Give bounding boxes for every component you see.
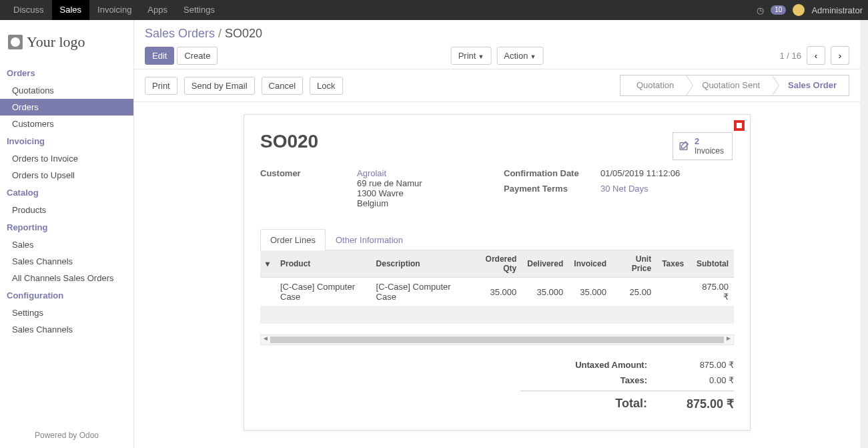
payment-terms-value[interactable]: 30 Net Days xyxy=(600,184,648,194)
col-delivered[interactable]: Delivered xyxy=(522,250,568,278)
breadcrumb-current: SO020 xyxy=(225,27,262,40)
totals: Untaxed Amount:875.00 ₹ Taxes:0.00 ₹ Tot… xyxy=(520,357,734,414)
col-taxes[interactable]: Taxes xyxy=(657,250,689,278)
col-qty[interactable]: Ordered Qty xyxy=(468,250,522,278)
nav-sales[interactable]: Sales xyxy=(52,0,90,20)
total-label: Total: xyxy=(615,397,647,411)
powered-by: Powered by Odoo xyxy=(0,423,133,448)
breadcrumb: Sales Orders / SO020 xyxy=(145,27,849,41)
sidebar-item-quotations[interactable]: Quotations xyxy=(0,82,133,99)
sidebar-item-sales-channels[interactable]: Sales Channels xyxy=(0,321,133,338)
side-section: Invoicing xyxy=(0,132,133,150)
confirmation-date-label: Confirmation Date xyxy=(504,168,600,178)
payment-terms-label: Payment Terms xyxy=(504,184,600,194)
clock-icon[interactable]: ◷ xyxy=(757,5,764,15)
create-button[interactable]: Create xyxy=(177,47,218,65)
lock-button[interactable]: Lock xyxy=(310,77,342,95)
nav-invoicing[interactable]: Invoicing xyxy=(89,0,139,20)
edit-button[interactable]: Edit xyxy=(145,47,174,65)
vertical-scrollbar[interactable] xyxy=(860,20,868,448)
breadcrumb-parent[interactable]: Sales Orders xyxy=(145,27,215,40)
col-invoiced[interactable]: Invoiced xyxy=(568,250,612,278)
pager-next-button[interactable]: › xyxy=(831,46,849,65)
order-lines-table: ▾ Product Description Ordered Qty Delive… xyxy=(260,250,734,306)
stage-sales-order[interactable]: Sales Order xyxy=(772,75,849,95)
untaxed-value: 875.00 ₹ xyxy=(667,360,734,370)
side-section: Configuration xyxy=(0,286,133,304)
top-navbar: DiscussSalesInvoicingAppsSettings ◷ 10 A… xyxy=(0,0,868,20)
sidebar-item-settings[interactable]: Settings xyxy=(0,304,133,321)
cell-desc: [C-Case] Computer Case xyxy=(371,278,468,306)
col-description[interactable]: Description xyxy=(371,250,468,278)
invoices-count: 2 xyxy=(695,137,724,146)
messages-badge[interactable]: 10 xyxy=(771,5,786,15)
nav-settings[interactable]: Settings xyxy=(175,0,223,20)
sidebar-item-sales-channels[interactable]: Sales Channels xyxy=(0,253,133,270)
cell-product: [C-Case] Computer Case xyxy=(275,278,371,306)
print-dropdown[interactable]: Print▼ xyxy=(451,47,492,65)
invoices-stat-button[interactable]: 2 Invoices xyxy=(673,132,733,160)
pencil-square-icon xyxy=(679,140,691,152)
table-row[interactable]: [C-Case] Computer Case[C-Case] Computer … xyxy=(260,278,734,306)
side-section: Orders xyxy=(0,64,133,82)
action-dropdown[interactable]: Action▼ xyxy=(496,47,543,65)
sidebar-item-products[interactable]: Products xyxy=(0,202,133,218)
sidebar-item-sales[interactable]: Sales xyxy=(0,236,133,253)
stage-quotation[interactable]: Quotation xyxy=(620,75,686,95)
horizontal-scrollbar[interactable] xyxy=(260,334,734,345)
order-title: SO020 xyxy=(260,131,734,152)
drag-handle-icon[interactable] xyxy=(260,278,275,306)
total-value: 875.00 ₹ xyxy=(667,397,734,411)
untaxed-label: Untaxed Amount: xyxy=(575,360,647,370)
col-subtotal[interactable]: Subtotal xyxy=(689,250,734,278)
side-section: Reporting xyxy=(0,218,133,236)
nav-discuss[interactable]: Discuss xyxy=(5,0,52,20)
send-by-email-button[interactable]: Send by Email xyxy=(184,77,255,95)
cancel-button[interactable]: Cancel xyxy=(262,77,303,95)
handle-col: ▾ xyxy=(260,250,275,278)
cell-delivered: 35.000 xyxy=(522,278,568,306)
col-product[interactable]: Product xyxy=(275,250,371,278)
tab-order-lines[interactable]: Order Lines xyxy=(260,229,326,250)
sidebar: Your logo OrdersQuotationsOrdersCustomer… xyxy=(0,20,134,448)
camera-icon xyxy=(8,35,23,49)
empty-row xyxy=(260,306,734,324)
invoices-label: Invoices xyxy=(695,146,724,156)
pager-text: 1 / 16 xyxy=(779,51,801,61)
control-panel: Sales Orders / SO020 Edit Create Print▼ … xyxy=(134,20,860,69)
sidebar-item-orders-to-invoice[interactable]: Orders to Invoice xyxy=(0,150,133,167)
address-line: 69 rue de Namur xyxy=(357,178,422,188)
sidebar-item-all-channels-sales-orders[interactable]: All Channels Sales Orders xyxy=(0,270,133,286)
nav-apps[interactable]: Apps xyxy=(139,0,175,20)
sidebar-item-orders-to-upsell[interactable]: Orders to Upsell xyxy=(0,167,133,184)
user-name[interactable]: Administrator xyxy=(811,5,863,15)
confirmation-date-value: 01/05/2019 11:12:06 xyxy=(600,168,680,178)
logo: Your logo xyxy=(0,27,133,64)
tab-other-info[interactable]: Other Information xyxy=(326,229,413,250)
side-section: Catalog xyxy=(0,184,133,202)
avatar[interactable] xyxy=(793,4,805,16)
stage-quotation-sent[interactable]: Quotation Sent xyxy=(686,75,772,95)
pager-prev-button[interactable]: ‹ xyxy=(807,46,825,65)
taxes-value: 0.00 ₹ xyxy=(667,375,734,385)
cell-price: 25.00 xyxy=(612,278,657,306)
cell-taxes xyxy=(657,278,689,306)
address-line: Belgium xyxy=(357,198,422,208)
cell-subtotal: 875.00 ₹ xyxy=(689,278,734,306)
customer-label: Customer xyxy=(260,168,357,208)
col-price[interactable]: Unit Price xyxy=(612,250,657,278)
form-sheet: 2 Invoices SO020 Customer Agrolait 69 ru… xyxy=(244,114,751,431)
cell-qty: 35.000 xyxy=(468,278,522,306)
taxes-label: Taxes: xyxy=(620,375,647,385)
address-line: 1300 Wavre xyxy=(357,188,422,198)
sidebar-item-customers[interactable]: Customers xyxy=(0,116,133,132)
logo-text: Your logo xyxy=(27,33,85,51)
customer-link[interactable]: Agrolait xyxy=(357,168,386,178)
statusbar: PrintSend by EmailCancelLock QuotationQu… xyxy=(134,69,860,102)
cell-invoiced: 35.000 xyxy=(568,278,612,306)
print-button[interactable]: Print xyxy=(145,77,177,95)
sidebar-item-orders[interactable]: Orders xyxy=(0,99,133,116)
